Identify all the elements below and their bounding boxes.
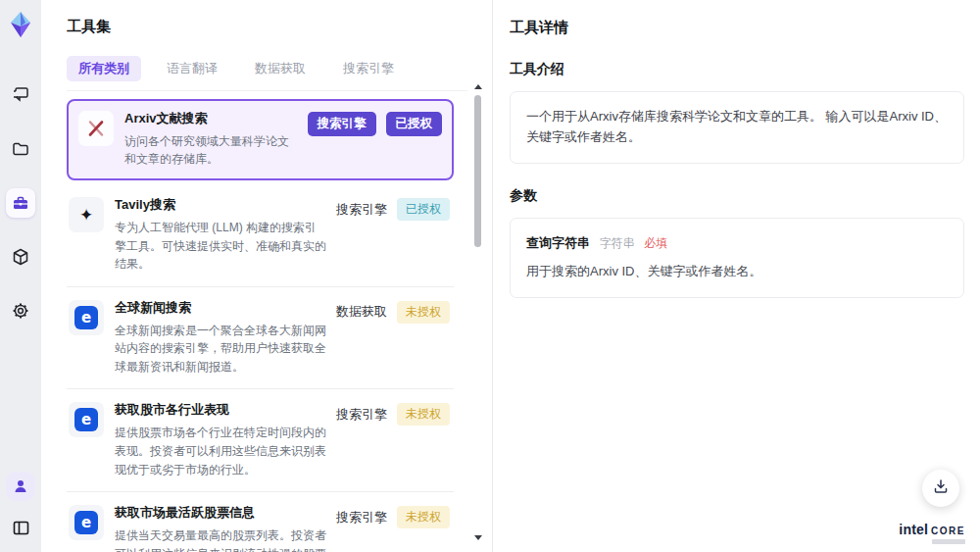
app-sidebar	[0, 0, 41, 552]
category-tab[interactable]: 所有类别	[67, 56, 141, 81]
param-header: 查询字符串 字符串 必填	[526, 233, 948, 254]
tool-title: 全球新闻搜索	[115, 300, 326, 317]
tool-meta: 搜索引擎 已授权	[308, 112, 443, 136]
download-icon	[932, 477, 950, 499]
toolbox-icon	[11, 193, 30, 213]
tool-description: 提供当天交易量最高的股票列表。投资者可以利用这些信息来识别流动性强的股票和潜在的…	[115, 527, 326, 552]
cube-icon	[11, 247, 30, 267]
tool-title: 获取股市各行业表现	[115, 402, 326, 419]
tool-info: 获取股市各行业表现 提供股票市场各个行业在特定时间段内的表现。投资者可以利用这些…	[104, 402, 336, 478]
tool-auth-status-badge: 未授权	[397, 403, 450, 426]
category-tabs: 所有类别语言翻译数据获取搜索引擎	[67, 56, 467, 91]
tool-row[interactable]: e 全球新闻搜索 全球新闻搜索是一个聚合全球各大新闻网站内容的搜索引擎，帮助用户…	[67, 287, 454, 390]
tool-category-label: 搜索引擎	[336, 509, 387, 527]
tool-auth-status-badge: 已授权	[386, 112, 443, 136]
tool-title: 获取市场最活跃股票信息	[115, 505, 326, 522]
arxiv-logo-icon	[86, 119, 106, 138]
intel-sub-badge	[932, 539, 965, 544]
scrollbar-thumb[interactable]	[474, 95, 481, 247]
param-type: 字符串	[600, 236, 635, 250]
download-button[interactable]	[922, 470, 959, 507]
tool-list: Arxiv文献搜索 访问各个研究领域大量科学论文和文章的存储库。 搜索引擎 已授…	[67, 99, 467, 552]
tool-icon-tile: e	[69, 402, 104, 437]
folder-icon	[11, 139, 30, 159]
tool-description: 访问各个研究领域大量科学论文和文章的存储库。	[124, 132, 298, 169]
tool-auth-status-badge: 未授权	[397, 506, 450, 528]
params-heading: 参数	[510, 187, 964, 205]
tool-icon-tile	[78, 111, 114, 146]
intro-text: 一个用于从Arxiv存储库搜索科学论文和文章的工具。 输入可以是Arxiv ID…	[526, 109, 947, 144]
tool-icon-tile: e	[69, 505, 104, 540]
list-scrollbar[interactable]	[473, 84, 483, 540]
category-tab-label: 语言翻译	[167, 61, 218, 75]
category-tab[interactable]: 数据获取	[243, 56, 318, 81]
core-wordmark: CORE	[931, 527, 965, 536]
tool-description: 全球新闻搜索是一个聚合全球各大新闻网站内容的搜索引擎，帮助用户快速获取全球最新资…	[115, 322, 326, 376]
scroll-down-arrow[interactable]	[474, 535, 482, 540]
sidebar-item-chat[interactable]	[6, 80, 35, 110]
tool-meta: 搜索引擎 未授权	[336, 403, 450, 426]
tool-row[interactable]: e 获取市场最活跃股票信息 提供当天交易量最高的股票列表。投资者可以利用这些信息…	[67, 492, 454, 552]
sidebar-item-packages[interactable]	[6, 242, 35, 272]
tool-row[interactable]: ✦ Tavily搜索 专为人工智能代理 (LLM) 构建的搜索引擎工具。可快速提…	[67, 184, 454, 287]
tool-list-panel: 工具集 所有类别语言翻译数据获取搜索引擎 Arxiv文献搜索 访问各个研究领域大…	[41, 0, 493, 552]
news-service-icon: e	[74, 408, 98, 431]
intel-core-logo: intel CORE	[899, 523, 965, 544]
category-tab[interactable]: 搜索引擎	[331, 56, 406, 81]
category-tab-label: 所有类别	[78, 61, 129, 75]
tool-title: Arxiv文献搜索	[124, 111, 298, 127]
param-list: 查询字符串 字符串 必填 用于搜索的Arxiv ID、关键字或作者姓名。	[510, 218, 964, 299]
tool-info: Tavily搜索 专为人工智能代理 (LLM) 构建的搜索引擎工具。可快速提供实…	[104, 197, 336, 274]
tool-info: 全球新闻搜索 全球新闻搜索是一个聚合全球各大新闻网站内容的搜索引擎，帮助用户快速…	[104, 300, 336, 376]
detail-title: 工具详情	[510, 19, 964, 37]
scroll-up-arrow[interactable]	[474, 84, 482, 89]
tool-meta: 搜索引擎 已授权	[336, 198, 450, 221]
category-tab-label: 数据获取	[255, 61, 306, 75]
param-box: 查询字符串 字符串 必填 用于搜索的Arxiv ID、关键字或作者姓名。	[510, 218, 964, 299]
tool-meta: 搜索引擎 未授权	[336, 506, 450, 528]
news-service-icon: e	[74, 306, 98, 329]
sidebar-item-account[interactable]	[6, 472, 35, 501]
intro-box: 一个用于从Arxiv存储库搜索科学论文和文章的工具。 输入可以是Arxiv ID…	[510, 91, 964, 164]
sidebar-item-settings[interactable]	[6, 296, 35, 326]
tool-detail-panel: 工具详情 工具介绍 一个用于从Arxiv存储库搜索科学论文和文章的工具。 输入可…	[493, 0, 980, 552]
tool-category-label: 搜索引擎	[308, 112, 376, 136]
tool-category-label: 搜索引擎	[336, 201, 387, 219]
user-icon	[12, 477, 29, 495]
param-required-badge: 必填	[644, 236, 667, 250]
app-logo-icon	[6, 10, 35, 39]
category-tab-label: 搜索引擎	[343, 61, 394, 75]
param-name: 查询字符串	[526, 235, 590, 250]
tool-info: Arxiv文献搜索 访问各个研究领域大量科学论文和文章的存储库。	[114, 111, 308, 169]
tool-category-label: 数据获取	[336, 303, 387, 321]
tool-auth-status-badge: 未授权	[397, 301, 450, 324]
panel-layout-icon	[12, 519, 30, 537]
tool-auth-status-badge: 已授权	[397, 198, 450, 221]
intel-wordmark: intel	[899, 523, 928, 536]
sidebar-item-tools[interactable]	[6, 188, 35, 218]
tool-icon-tile: e	[69, 300, 104, 335]
intro-heading: 工具介绍	[510, 61, 964, 78]
sidebar-item-files[interactable]	[6, 134, 35, 164]
tool-title: Tavily搜索	[115, 197, 326, 214]
tool-description: 专为人工智能代理 (LLM) 构建的搜索引擎工具。可快速提供实时、准确和真实的结…	[115, 219, 326, 274]
tool-description: 提供股票市场各个行业在特定时间段内的表现。投资者可以利用这些信息来识别表现优于或…	[115, 424, 326, 478]
news-service-icon: e	[74, 511, 98, 534]
tool-icon-tile: ✦	[69, 197, 104, 232]
tavily-star-icon: ✦	[79, 207, 93, 224]
tool-info: 获取市场最活跃股票信息 提供当天交易量最高的股票列表。投资者可以利用这些信息来识…	[104, 505, 336, 552]
tool-row[interactable]: Arxiv文献搜索 访问各个研究领域大量科学论文和文章的存储库。 搜索引擎 已授…	[67, 99, 454, 180]
category-tab[interactable]: 语言翻译	[155, 56, 229, 81]
tool-meta: 数据获取 未授权	[336, 301, 450, 324]
gear-icon	[11, 301, 30, 321]
tool-row[interactable]: e 获取股市各行业表现 提供股票市场各个行业在特定时间段内的表现。投资者可以利用…	[67, 389, 454, 492]
chat-icon	[11, 85, 30, 105]
page-title: 工具集	[67, 18, 467, 36]
tool-category-label: 搜索引擎	[336, 406, 387, 424]
sidebar-item-panel-toggle[interactable]	[6, 513, 35, 542]
param-description: 用于搜索的Arxiv ID、关键字或作者姓名。	[526, 262, 948, 282]
